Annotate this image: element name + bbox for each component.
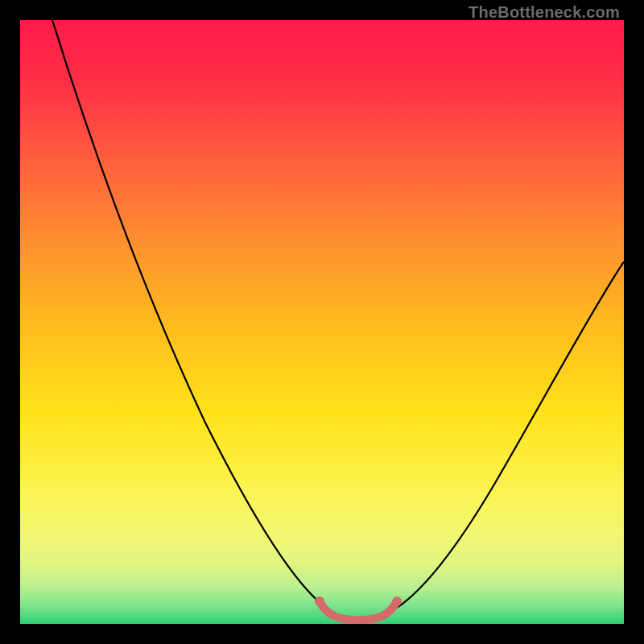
chart-background-gradient bbox=[20, 20, 624, 624]
chart-frame bbox=[20, 20, 624, 624]
watermark-text: TheBottleneck.com bbox=[469, 3, 620, 22]
svg-rect-0 bbox=[20, 20, 624, 624]
